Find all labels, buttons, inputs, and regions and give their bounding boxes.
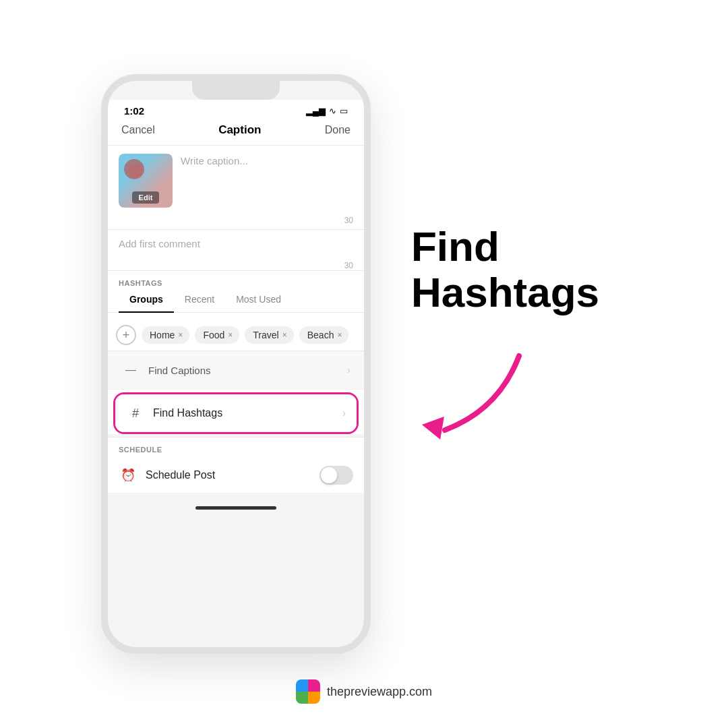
arrow-container (411, 342, 533, 450)
tag-food[interactable]: Food × (195, 326, 239, 344)
edit-label[interactable]: Edit (132, 191, 160, 204)
hashtags-tabs: Groups Recent Most Used (108, 294, 364, 313)
tag-home[interactable]: Home × (142, 326, 189, 344)
tag-travel-label: Travel (253, 330, 278, 340)
right-content: Find Hashtags (371, 224, 728, 504)
thumb-decoration2 (128, 163, 143, 178)
status-icons: ▂▄▆ ∿ ▭ (306, 106, 348, 116)
photo-thumbnail[interactable]: Edit (119, 154, 173, 208)
find-captions-label: Find Captions (148, 365, 347, 376)
tag-travel-close[interactable]: × (282, 330, 287, 340)
find-captions-item[interactable]: — Find Captions › (108, 351, 364, 390)
signal-icon: ▂▄▆ (306, 106, 326, 116)
watermark: thepreviewapp.com (296, 679, 432, 704)
schedule-section: SCHEDULE ⏰ Schedule Post (108, 437, 364, 493)
first-comment-input[interactable]: Add first comment (119, 238, 200, 249)
clock-icon: ⏰ (119, 466, 138, 485)
find-captions-chevron: › (347, 365, 351, 375)
menu-section: — Find Captions › # Find Hashtags › (108, 351, 364, 434)
schedule-post-label: Schedule Post (146, 469, 320, 481)
tag-food-close[interactable]: × (228, 330, 233, 340)
wifi-icon: ∿ (329, 106, 336, 116)
tab-most-used[interactable]: Most Used (225, 294, 292, 313)
caption-input[interactable]: Write caption... (181, 154, 353, 166)
schedule-row: ⏰ Schedule Post (108, 458, 364, 493)
find-captions-icon: — (121, 361, 140, 380)
first-comment-section: Add first comment (108, 229, 364, 258)
battery-icon: ▭ (340, 106, 348, 116)
toggle-knob (321, 467, 337, 483)
watermark-logo (296, 679, 320, 704)
find-hashtags-item[interactable]: # Find Hashtags › (115, 394, 357, 432)
tag-beach[interactable]: Beach × (299, 326, 349, 344)
tag-beach-label: Beach (307, 330, 334, 340)
tag-home-close[interactable]: × (178, 330, 183, 340)
caption-char-count: 30 (108, 216, 364, 229)
status-time: 1:02 (124, 105, 144, 117)
first-comment-char-count: 30 (108, 258, 364, 270)
done-button[interactable]: Done (325, 124, 351, 136)
find-hashtags-heading: Find Hashtags (411, 224, 599, 315)
add-group-button[interactable]: + (116, 325, 136, 345)
tag-beach-close[interactable]: × (337, 330, 342, 340)
tag-travel[interactable]: Travel × (245, 326, 293, 344)
tag-food-label: Food (203, 330, 224, 340)
nav-bar: Cancel Caption Done (108, 119, 364, 146)
watermark-url: thepreviewapp.com (327, 685, 432, 699)
tab-groups[interactable]: Groups (119, 294, 174, 313)
nav-title: Caption (218, 123, 261, 137)
heading-line1: Find (411, 224, 599, 270)
caption-area: Edit Write caption... (108, 146, 364, 216)
hashtags-label: HASHTAGS (108, 279, 364, 294)
tag-home-label: Home (150, 330, 175, 340)
schedule-label: SCHEDULE (108, 437, 364, 458)
status-bar: 1:02 ▂▄▆ ∿ ▭ (108, 100, 364, 119)
hashtags-section: HASHTAGS Groups Recent Most Used + Home … (108, 270, 364, 351)
tab-recent[interactable]: Recent (174, 294, 225, 313)
phone-notch (192, 81, 280, 100)
find-hashtags-icon: # (126, 404, 145, 423)
heading-line2: Hashtags (411, 270, 599, 315)
home-indicator (195, 506, 276, 510)
phone-mockup: 1:02 ▂▄▆ ∿ ▭ Cancel Caption Done Edit Wr… (101, 74, 371, 654)
find-hashtags-chevron: › (342, 407, 346, 419)
find-hashtags-label: Find Hashtags (153, 407, 342, 419)
curved-arrow-svg (411, 342, 533, 450)
find-hashtags-highlight-border: # Find Hashtags › (113, 392, 359, 434)
cancel-button[interactable]: Cancel (121, 124, 155, 136)
hashtag-groups: + Home × Food × Travel × Beach × (108, 320, 364, 351)
plus-icon: + (123, 329, 130, 341)
schedule-toggle[interactable] (320, 466, 353, 485)
